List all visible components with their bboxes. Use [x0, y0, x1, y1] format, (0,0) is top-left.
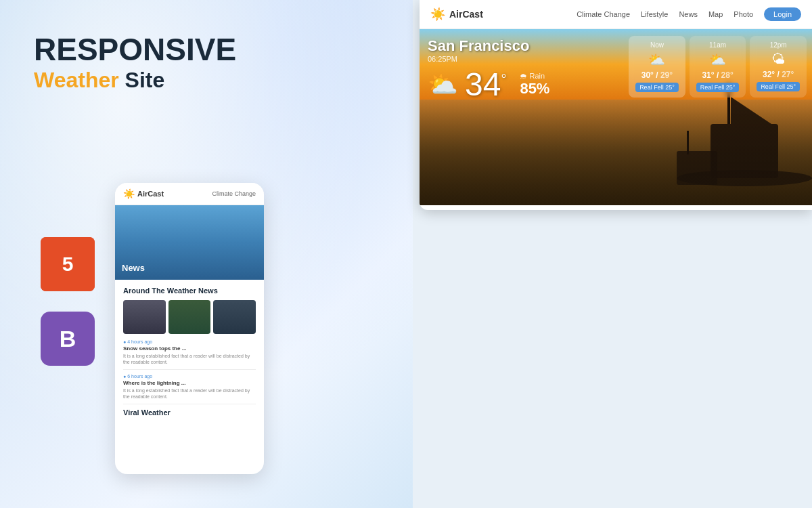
rain-info: 🌧 Rain 85%: [520, 72, 549, 98]
mobile-viral-label: Viral Weather: [123, 408, 256, 417]
site-word: Site: [125, 68, 165, 92]
news-time-1: ● 4 hours ago: [123, 339, 256, 344]
weather-logo-text: AirCast: [449, 9, 483, 20]
rain-percentage: 85%: [520, 80, 549, 98]
html5-number: 5: [62, 253, 74, 276]
fc-temps-2: 32° / 27°: [757, 70, 800, 79]
fc-time-1: 11am: [696, 41, 740, 49]
mobile-nav: ☀️ AirCast Climate Change: [115, 183, 264, 205]
fc-icon-2: 🌤: [757, 51, 800, 67]
nav-photo[interactable]: Photo: [734, 10, 753, 18]
nav-map[interactable]: Map: [708, 10, 723, 18]
hero-title: RESPONSIVE Weather Site: [34, 34, 236, 93]
current-temp: 34°: [465, 68, 506, 101]
mobile-sun-icon: ☀️: [123, 188, 135, 199]
mobile-news-grid: [123, 300, 256, 334]
weather-sun-icon: ☀️: [430, 7, 445, 22]
news-headline-1: Snow season tops the ...: [123, 345, 256, 352]
nav-news[interactable]: News: [679, 10, 698, 18]
news-thumb-3: [213, 300, 256, 334]
mobile-section-title: Around The Weather News: [123, 287, 256, 295]
temp-value: 34: [465, 66, 501, 102]
bootstrap-badge-box: B: [41, 312, 95, 366]
mobile-news-item-1: ● 4 hours ago Snow season tops the ... I…: [123, 339, 256, 370]
fc-real-2: Real Fell 25°: [757, 82, 800, 91]
fc-temps-0: 30° / 29°: [635, 70, 679, 80]
mobile-mockup: ☀️ AirCast Climate Change News Around Th…: [115, 183, 264, 474]
temp-unit: °: [501, 72, 506, 87]
mobile-nav-link: Climate Change: [212, 190, 256, 197]
login-button[interactable]: Login: [764, 7, 801, 21]
right-panel: ☀️ AirCast Climate Change Lifestyle News…: [406, 0, 812, 508]
forecast-cards: Now ⛅ 30° / 29° Real Fell 25° 11am ⛅ 31°…: [629, 36, 807, 98]
weather-nav: ☀️ AirCast Climate Change Lifestyle News…: [420, 0, 812, 29]
news-text-2: It is a long established fact that a rea…: [123, 387, 256, 400]
news-text-1: It is a long established fact that a rea…: [123, 353, 256, 365]
weather-nav-links: Climate Change Lifestyle News Map Photo …: [577, 7, 801, 21]
forecast-card-11am: 11am ⛅ 31° / 28° Real Fell 25°: [690, 36, 746, 98]
fc-time-2: 12pm: [757, 41, 800, 49]
mobile-news-label: News: [122, 263, 145, 273]
html5-badge-box: 5: [41, 237, 95, 291]
weather-hero: San Francisco 06:25PM ⛅ 34° 🌧 Rain 85%: [420, 29, 812, 205]
nav-lifestyle[interactable]: Lifestyle: [641, 10, 668, 18]
fc-icon-1: ⛅: [696, 51, 740, 68]
mobile-logo-text: AirCast: [137, 190, 164, 198]
mobile-news-item-2: ● 6 hours ago Where is the lightning ...…: [123, 374, 256, 404]
fc-time-0: Now: [635, 41, 679, 49]
fc-real-1: Real Fell 25°: [696, 83, 740, 92]
forecast-card-12pm: 12pm 🌤 32° / 27° Real Fell 25°: [750, 36, 807, 98]
weather-site-label: Weather Site: [34, 68, 236, 93]
fc-temps-1: 31° / 28°: [696, 70, 740, 80]
mobile-news-image: News: [115, 205, 264, 280]
news-thumb-2: [168, 300, 211, 334]
news-headline-2: Where is the lightning ...: [123, 380, 256, 386]
nav-climate[interactable]: Climate Change: [577, 10, 630, 18]
mobile-logo: ☀️ AirCast: [123, 188, 164, 199]
rain-label-text: Rain: [529, 72, 545, 80]
weather-word: Weather: [34, 68, 119, 92]
weather-logo: ☀️ AirCast: [430, 7, 483, 22]
news-time-2: ● 6 hours ago: [123, 374, 256, 379]
fc-icon-0: ⛅: [635, 51, 679, 68]
bootstrap-label: B: [60, 326, 76, 352]
responsive-label: RESPONSIVE: [34, 34, 236, 65]
weather-app: ☀️ AirCast Climate Change Lifestyle News…: [420, 0, 812, 210]
news-thumb-1: [123, 300, 166, 334]
current-weather-icon: ⛅: [428, 70, 458, 99]
rain-icon: 🌧: [520, 72, 527, 80]
fc-real-0: Real Fell 25°: [635, 83, 679, 92]
mobile-content: Around The Weather News ● 4 hours ago Sn…: [115, 280, 264, 423]
rain-label: 🌧 Rain: [520, 72, 549, 80]
forecast-card-now: Now ⛅ 30° / 29° Real Fell 25°: [629, 36, 685, 98]
left-panel: RESPONSIVE Weather Site ◯ 5 5 B ☀️ AirCa…: [0, 0, 413, 508]
